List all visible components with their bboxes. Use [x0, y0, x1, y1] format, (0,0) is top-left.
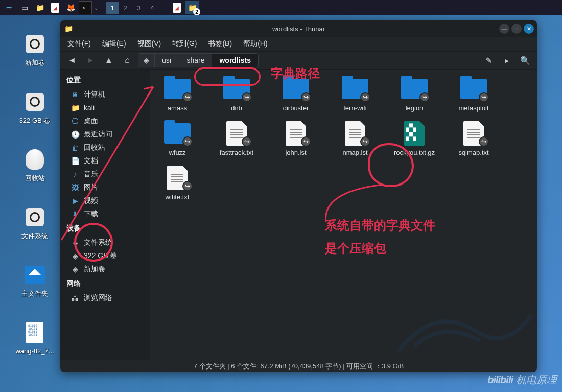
app-icon[interactable]: ▭: [17, 1, 32, 14]
file-rockyou.txt.gz[interactable]: ▞▚▚▞▞▚rockyou.txt.gz: [392, 121, 437, 156]
back-button[interactable]: ◄: [64, 53, 80, 68]
root-icon[interactable]: ◈: [138, 54, 155, 67]
path-usr[interactable]: usr: [155, 54, 179, 67]
folder-link-icon: ↪: [163, 77, 192, 101]
file-nmap.lst[interactable]: ↪nmap.lst: [333, 121, 378, 156]
close-button[interactable]: ✕: [524, 24, 534, 34]
menu-go[interactable]: 转到(G): [169, 38, 200, 50]
doc-icon[interactable]: ◢: [48, 1, 62, 14]
text-link-icon: ↪: [282, 121, 310, 146]
file-metasploit[interactable]: ↪metasploit: [451, 77, 496, 112]
file-label: dirb: [231, 104, 242, 112]
sidebar-item-最近访问[interactable]: 🕓最近访问: [60, 128, 150, 141]
sidebar-item-回收站[interactable]: 🗑回收站: [60, 141, 150, 154]
menubar: 文件(F) 编辑(E) 视图(V) 转到(G) 书签(B) 帮助(H): [60, 37, 537, 51]
folder-icon: 📁: [71, 103, 80, 112]
sidebar-item-label: 322 GB 卷: [84, 251, 117, 261]
sidebar-item-label: 浏览网络: [84, 293, 112, 303]
taskbar: ▭ 📁 ◢ 🦊 >_ ⌄ 1 2 3 4 ◢ 📁2: [0, 0, 562, 15]
path-share[interactable]: share: [179, 54, 212, 67]
file-wifite.txt[interactable]: ↪wifite.txt: [155, 166, 200, 201]
toolbar: ◄ ► ▲ ⌂ ◈ usr share wordlists ✎ ▸ 🔍: [60, 51, 537, 70]
file-label: wfuzz: [169, 149, 185, 156]
desktop-icon-wang[interactable]: 01010101010101110101 wang-82_7...: [15, 320, 54, 355]
file-legion[interactable]: ↪legion: [392, 77, 437, 112]
clock-icon: 🕓: [71, 130, 80, 139]
sidebar-item-label: 视频: [84, 196, 98, 205]
titlebar[interactable]: 📁 wordlists - Thunar — ○ ✕: [60, 20, 537, 37]
task-thunar-icon[interactable]: 📁2: [185, 1, 199, 14]
folder-link-icon: ↪: [341, 77, 369, 101]
sidebar-item-文档[interactable]: 📄文档: [60, 154, 150, 168]
menu-help[interactable]: 帮助(H): [240, 38, 270, 50]
workspace-2[interactable]: 2: [120, 2, 132, 14]
sidebar-item-label: 回收站: [84, 143, 105, 152]
workspace-1[interactable]: 1: [106, 2, 119, 14]
forward-button[interactable]: ►: [83, 53, 98, 68]
text-link-icon: ↪: [341, 121, 369, 146]
task-doc-icon[interactable]: ◢: [170, 1, 184, 14]
sidebar-item-kali[interactable]: 📁kali: [60, 101, 150, 114]
file-label: wifite.txt: [166, 193, 190, 201]
file-john.lst[interactable]: ↪john.lst: [273, 121, 318, 156]
desktop-icon-home[interactable]: 主文件夹: [15, 263, 54, 298]
files-icon[interactable]: 📁: [33, 1, 47, 14]
terminal-icon[interactable]: >_: [79, 1, 92, 14]
sidebar-item-文件系统[interactable]: ◈文件系统: [60, 236, 150, 249]
archive-icon: ▞▚▚▞▞▚: [400, 121, 429, 146]
file-amass[interactable]: ↪amass: [155, 77, 200, 112]
disk-icon: ◈: [71, 265, 80, 274]
sidebar-item-下载[interactable]: ⬇下载: [60, 207, 150, 221]
text-link-icon: ↪: [163, 166, 192, 190]
dragon-decoration: [393, 285, 536, 361]
workspace-4[interactable]: 4: [146, 2, 158, 14]
file-dirbuster[interactable]: ↪dirbuster: [273, 77, 318, 112]
file-label: fern-wifi: [343, 104, 367, 112]
file-sqlmap.txt[interactable]: ↪sqlmap.txt: [451, 121, 496, 156]
download-icon: ⬇: [71, 210, 80, 219]
desktop-icon-volume2[interactable]: 322 GB 卷: [15, 89, 54, 125]
chevron-down-icon[interactable]: ⌄: [94, 5, 98, 11]
menu-bookmarks[interactable]: 书签(B): [205, 38, 235, 50]
disk-icon: ◈: [71, 251, 80, 261]
search-icon[interactable]: 🔍: [518, 53, 533, 68]
path-wordlists[interactable]: wordlists: [212, 54, 257, 67]
maximize-button[interactable]: ○: [511, 24, 522, 34]
firefox-icon[interactable]: 🦊: [63, 1, 78, 14]
desktop-label: 文件系统: [21, 232, 48, 241]
menu-file[interactable]: 文件(F): [64, 38, 94, 50]
sidebar-item-桌面[interactable]: 🖵桌面: [60, 114, 150, 128]
menu-edit[interactable]: 编辑(E): [99, 38, 129, 50]
sidebar-item-视频[interactable]: ▶视频: [60, 194, 150, 207]
sidebar-item-322 GB 卷[interactable]: ◈322 GB 卷: [60, 249, 150, 263]
file-fasttrack.txt[interactable]: ↪fasttrack.txt: [214, 121, 259, 156]
statusbar: 7 个文件夹 | 6 个文件: 67.2 MiB (70,439,548 字节)…: [60, 360, 537, 372]
kali-menu-icon[interactable]: [2, 1, 16, 14]
desktop-icon-filesystem[interactable]: 文件系统: [15, 205, 54, 241]
sidebar-item-图片[interactable]: 🖼图片: [60, 181, 150, 194]
sidebar-item-label: 音乐: [84, 170, 98, 179]
desktop-icon-trash[interactable]: 回收站: [15, 147, 54, 183]
workspace-3[interactable]: 3: [133, 2, 145, 14]
up-button[interactable]: ▲: [101, 53, 116, 68]
sidebar-item-音乐[interactable]: ♪音乐: [60, 168, 150, 181]
folder-link-icon: ↪: [282, 77, 310, 101]
text-link-icon: ↪: [459, 121, 488, 146]
desktop-icon-volume1[interactable]: 新加卷: [15, 32, 54, 67]
image-icon: 🖼: [71, 183, 80, 192]
menu-view[interactable]: 视图(V): [134, 38, 165, 50]
desktop-label: 回收站: [25, 174, 45, 183]
file-dirb[interactable]: ↪dirb: [214, 77, 259, 112]
sidebar-item-浏览网络[interactable]: 🖧浏览网络: [60, 291, 150, 305]
chevron-right-icon[interactable]: ▸: [499, 53, 514, 68]
computer-icon: 🖥: [71, 90, 80, 99]
edit-path-button[interactable]: ✎: [481, 53, 496, 68]
minimize-button[interactable]: —: [499, 24, 509, 34]
file-label: sqlmap.txt: [458, 149, 488, 156]
file-wfuzz[interactable]: ↪wfuzz: [155, 121, 200, 156]
home-button[interactable]: ⌂: [120, 53, 135, 68]
sidebar-item-新加卷[interactable]: ◈新加卷: [60, 263, 150, 276]
file-fern-wifi[interactable]: ↪fern-wifi: [333, 77, 378, 112]
sidebar-item-计算机[interactable]: 🖥计算机: [60, 88, 150, 101]
sidebar-heading: 设备: [60, 221, 150, 236]
